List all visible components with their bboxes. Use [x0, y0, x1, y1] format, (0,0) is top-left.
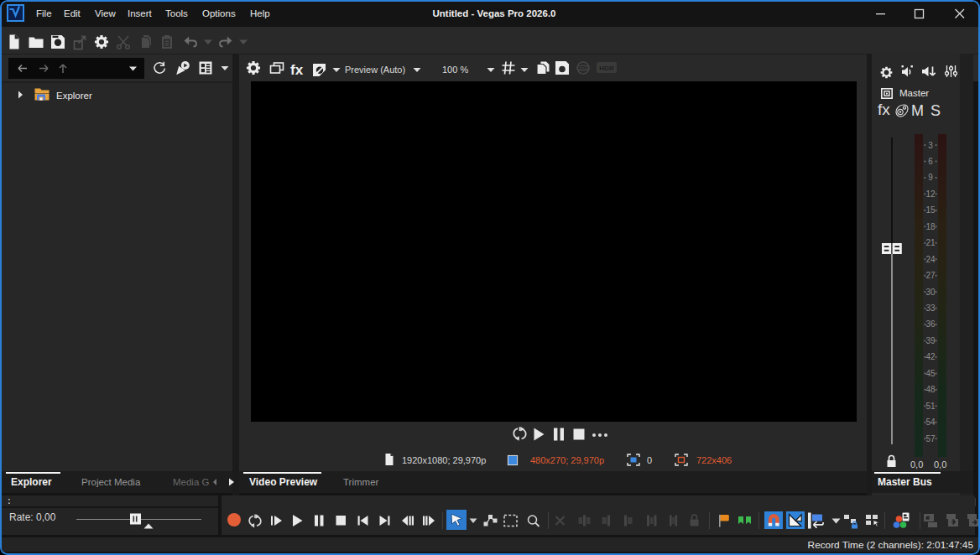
svg-text:54: 54 [925, 418, 936, 427]
svg-text:9: 9 [928, 173, 933, 182]
svg-text:3: 3 [928, 141, 933, 150]
svg-text:42: 42 [925, 352, 936, 361]
svg-text:51: 51 [925, 402, 936, 411]
svg-text:48: 48 [925, 385, 936, 394]
svg-text:12: 12 [925, 189, 936, 199]
svg-text:18: 18 [925, 222, 936, 231]
svg-text:15: 15 [925, 205, 936, 215]
svg-text:57: 57 [925, 434, 936, 443]
svg-text:27: 27 [925, 271, 936, 280]
svg-text:360: 360 [579, 66, 588, 71]
svg-text:21: 21 [925, 238, 936, 247]
svg-text:33: 33 [925, 303, 936, 313]
svg-text:45: 45 [925, 369, 936, 378]
svg-text:HDR: HDR [599, 65, 614, 72]
svg-text:39: 39 [925, 336, 936, 345]
svg-text:6: 6 [928, 157, 933, 166]
svg-text:24: 24 [925, 255, 936, 264]
svg-text:36: 36 [925, 319, 936, 329]
svg-text:30: 30 [925, 288, 936, 297]
